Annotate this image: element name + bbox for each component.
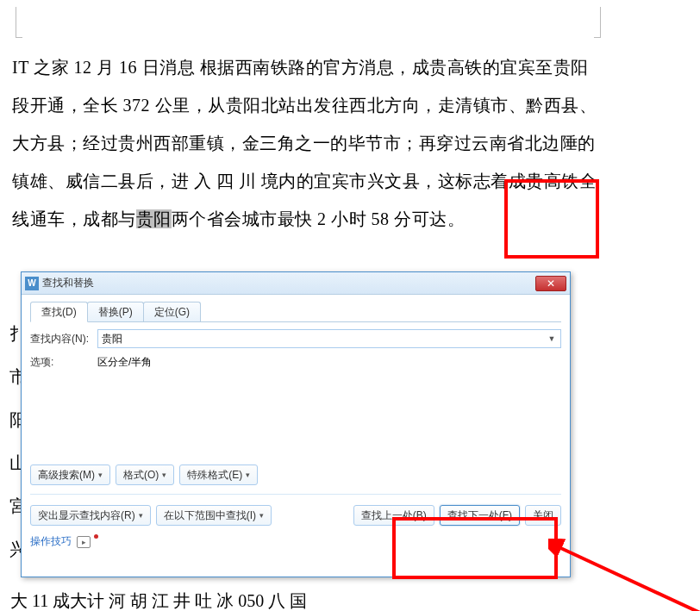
svg-line-0 <box>555 546 700 611</box>
chevron-down-icon: ▾ <box>139 511 143 520</box>
chevron-down-icon: ▾ <box>259 511 264 520</box>
special-label: 特殊格式(E) <box>187 468 242 483</box>
find-content-value: 贵阳 <box>102 332 122 346</box>
dialog-tabs: 查找(D) 替换(P) 定位(G) <box>30 302 561 322</box>
new-dot-icon <box>94 534 98 539</box>
para-after: 两个省会城市最快 2 小时 58 分可达。 <box>172 209 466 228</box>
advanced-search-button[interactable]: 高级搜索(M) ▾ <box>30 464 110 485</box>
para-before: IT 之家 12 月 16 日消息 根据西南铁路的官方消息，成贵高铁的宜宾至贵阳… <box>12 58 597 228</box>
search-in-label: 在以下范围中查找(I) <box>164 508 256 523</box>
dialog-title: 查找和替换 <box>42 276 535 290</box>
find-prev-button[interactable]: 查找上一处(B) <box>353 505 434 526</box>
find-content-label: 查找内容(N): <box>30 332 97 346</box>
highlight-found-button[interactable]: 突出显示查找内容(R) ▾ <box>30 505 151 526</box>
format-label: 格式(O) <box>123 468 159 483</box>
paragraph-text: IT 之家 12 月 16 日消息 根据西南铁路的官方消息，成贵高铁的宜宾至贵阳… <box>12 48 601 238</box>
tab-goto[interactable]: 定位(G) <box>143 302 201 321</box>
find-replace-dialog: W 查找和替换 ✕ 查找(D) 替换(P) 定位(G) 查找内容(N): 贵阳 … <box>21 271 571 577</box>
options-value: 区分全/半角 <box>97 355 152 370</box>
document-body[interactable]: IT 之家 12 月 16 日消息 根据西南铁路的官方消息，成贵高铁的宜宾至贵阳… <box>0 0 700 238</box>
app-icon: W <box>25 277 39 290</box>
find-next-button[interactable]: 查找下一处(F) <box>440 505 520 526</box>
close-button[interactable]: 关闭 <box>525 505 561 526</box>
special-format-button[interactable]: 特殊格式(E) ▾ <box>179 464 258 485</box>
tips-link[interactable]: 操作技巧 <box>30 534 72 549</box>
highlight-label: 突出显示查找内容(R) <box>38 508 135 523</box>
bottom-cropped-text: 大 11 成大计 河 胡 江 井 吐 冰 050 八 国 <box>10 589 307 611</box>
options-label: 选项: <box>30 355 97 370</box>
tab-find[interactable]: 查找(D) <box>30 302 88 322</box>
chevron-down-icon: ▾ <box>162 471 166 479</box>
find-content-input[interactable]: 贵阳 ▼ <box>97 329 561 348</box>
dialog-titlebar[interactable]: W 查找和替换 ✕ <box>22 272 570 295</box>
annotation-arrow <box>548 539 700 611</box>
close-icon[interactable]: ✕ <box>535 276 566 291</box>
chevron-down-icon: ▾ <box>246 471 250 479</box>
highlighted-match: 贵阳 <box>136 209 172 228</box>
adv-search-label: 高级搜索(M) <box>38 468 95 483</box>
chevron-down-icon[interactable]: ▼ <box>545 332 559 346</box>
chevron-down-icon: ▾ <box>98 471 103 479</box>
format-button[interactable]: 格式(O) ▾ <box>116 464 174 485</box>
search-in-button[interactable]: 在以下范围中查找(I) ▾ <box>156 505 272 526</box>
tab-replace[interactable]: 替换(P) <box>87 302 144 321</box>
video-icon[interactable]: ▸ <box>77 536 91 548</box>
